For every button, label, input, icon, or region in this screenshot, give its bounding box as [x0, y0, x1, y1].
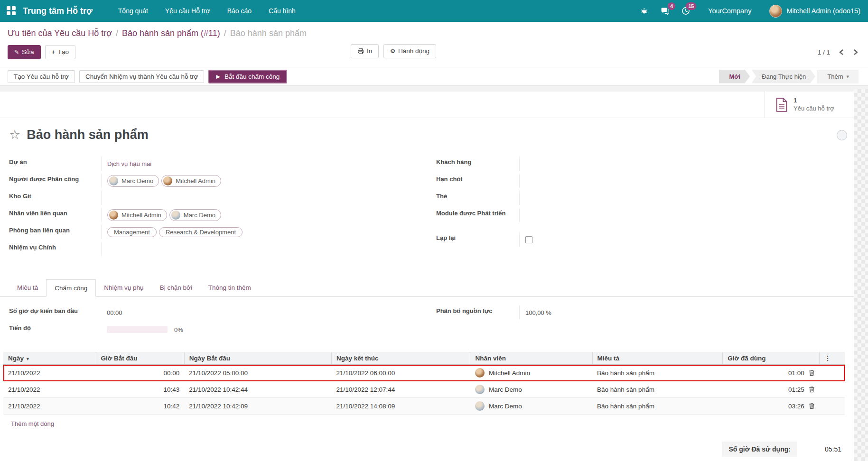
tab-extra-info[interactable]: Thông tin thêm: [200, 279, 259, 297]
hours-total: Số giờ Đã sử dụng: 05:51: [0, 442, 841, 457]
button-box: 1 Yêu cầu hỗ trợ: [0, 92, 854, 118]
tab-timesheets[interactable]: Chấm công: [46, 279, 96, 297]
activities-clock-icon[interactable]: 15: [681, 6, 691, 16]
stage-more[interactable]: Thêm ▾: [817, 70, 859, 83]
company-switcher[interactable]: YourCompany: [708, 7, 751, 15]
notebook-tabs: Miêu tả Chấm công Nhiệm vụ phụ Bị chặn b…: [0, 279, 854, 297]
record-title: Bảo hành sản phẩm: [27, 128, 149, 142]
start-timer-button[interactable]: ▶ Bắt đầu chấm công: [208, 70, 287, 83]
column-header-start-datetime[interactable]: Ngày Bắt đầu: [184, 352, 331, 365]
timesheet-row[interactable]: 21/10/2022 10:43 21/10/2022 10:42:44 21/…: [3, 381, 845, 398]
column-header-start-time[interactable]: Giờ Bắt đầu: [96, 352, 184, 365]
play-icon: ▶: [216, 74, 220, 80]
pager-previous-icon[interactable]: [839, 49, 844, 55]
project-link[interactable]: Dịch vụ hậu mãi: [107, 160, 151, 167]
field-customer: Khách hàng: [436, 157, 835, 174]
field-planned-hours: Số giờ dự kiến ban đầu 00:00: [9, 305, 408, 323]
field-progress: Tiến độ 0%: [9, 323, 408, 340]
stage-statusbar: Mới Đang Thực hiện Thêm ▾: [718, 70, 859, 83]
field-group: Dự án Dịch vụ hậu mãi Người được Phân cô…: [9, 157, 835, 259]
tab-description[interactable]: Miêu tả: [9, 279, 46, 297]
timesheet-row[interactable]: 21/10/2022 10:42 21/10/2022 10:42:09 21/…: [3, 398, 845, 415]
main-menu: Tổng quát Yêu cầu Hỗ trợ Báo cáo Cấu hìn…: [112, 1, 302, 21]
menu-overview[interactable]: Tổng quát: [112, 1, 155, 21]
recurrent-checkbox[interactable]: [525, 236, 532, 243]
breadcrumb-link-priorities[interactable]: Ưu tiên của Yêu cầu Hỗ trợ: [8, 28, 112, 38]
printer-icon: [357, 48, 364, 55]
timesheet-table: Ngày▼ Giờ Bắt đầu Ngày Bắt đầu Ngày kết …: [3, 352, 845, 415]
sort-desc-icon: ▼: [26, 357, 30, 361]
kanban-state-circle[interactable]: [837, 130, 847, 140]
delete-row-icon[interactable]: [809, 403, 815, 409]
field-allocation: Phân bổ nguồn lực 100,00 %: [436, 305, 835, 323]
field-related-employees: Nhân viên liên quan Mitchell Admin Marc …: [9, 208, 408, 225]
column-header-duration[interactable]: Giờ đã dùng: [723, 352, 820, 365]
smart-button-label: Yêu cầu hỗ trợ: [793, 105, 834, 112]
department-tag: Research & Development: [159, 227, 243, 237]
user-menu[interactable]: Mitchell Admin (odoo15): [769, 5, 860, 18]
employee-tag: Marc Demo: [169, 209, 221, 221]
planned-hours-value: 00:00: [107, 309, 122, 316]
column-header-employee[interactable]: Nhân viên: [470, 352, 592, 365]
gear-icon: ⚙: [390, 48, 395, 55]
avatar: [475, 368, 485, 378]
app-name[interactable]: Trung tâm Hỗ trợ: [23, 6, 93, 16]
delete-row-icon[interactable]: [809, 386, 815, 393]
page-background-gap: [0, 86, 868, 92]
plus-icon: +: [52, 49, 55, 55]
progress-bar: [107, 326, 168, 333]
debug-bug-icon[interactable]: [639, 6, 649, 16]
breadcrumb-link-task[interactable]: Bảo hành sản phẩm (#11): [122, 28, 220, 38]
form-sheet: 1 Yêu cầu hỗ trợ ☆ Bảo hành sản phẩm Dự …: [0, 92, 854, 457]
column-header-end-datetime[interactable]: Ngày kết thúc: [331, 352, 470, 365]
smart-button-count: 1: [793, 97, 834, 104]
add-row-link[interactable]: Thêm một dòng: [11, 420, 54, 427]
convert-task-button[interactable]: Chuyển Nhiệm vụ thành Yêu cầu hỗ trợ: [79, 70, 205, 83]
field-assignees: Người được Phân công Marc Demo Mitchell …: [9, 174, 408, 191]
create-ticket-button[interactable]: Tạo Yêu cầu hỗ trợ: [8, 70, 75, 83]
allocation-value: 100,00 %: [525, 309, 551, 316]
tab-subtasks[interactable]: Nhiệm vụ phụ: [96, 279, 151, 297]
avatar: [109, 176, 118, 185]
statusbar: Tạo Yêu cầu hỗ trợ Chuyển Nhiệm vụ thành…: [0, 67, 868, 86]
field-tags: Thẻ: [436, 191, 835, 208]
delete-row-icon[interactable]: [809, 369, 815, 376]
assignee-tag: Marc Demo: [107, 175, 159, 187]
menu-configuration[interactable]: Cấu hình: [262, 1, 302, 21]
tickets-smart-button[interactable]: 1 Yêu cầu hỗ trợ: [765, 92, 854, 118]
department-tag: Management: [107, 227, 157, 237]
breadcrumb-separator: [224, 28, 226, 38]
breadcrumb-separator: [116, 28, 118, 38]
stage-in-progress[interactable]: Đang Thực hiện: [751, 70, 815, 83]
field-developed-module: Module được Phát triển: [436, 208, 835, 232]
column-header-description[interactable]: Miêu tả: [592, 352, 723, 365]
field-git-repo: Kho Git: [9, 191, 408, 208]
activities-badge: 15: [686, 2, 696, 10]
optional-columns-icon[interactable]: ⋮: [824, 355, 831, 362]
messages-icon[interactable]: 4: [660, 6, 670, 16]
pager: 1 / 1: [818, 49, 860, 56]
favorite-star-icon[interactable]: ☆: [9, 129, 20, 141]
timesheet-row-selected[interactable]: 21/10/2022 00:00 21/10/2022 05:00:00 21/…: [3, 365, 845, 381]
edit-button[interactable]: ✎ Sửa: [8, 45, 41, 59]
menu-tickets[interactable]: Yêu cầu Hỗ trợ: [159, 1, 217, 21]
field-parent-task: Nhiệm vụ Chính: [9, 242, 408, 259]
action-button[interactable]: ⚙ Hành động: [383, 44, 436, 58]
apps-grid-icon[interactable]: [7, 6, 16, 16]
tab-blocked-by[interactable]: Bị chặn bởi: [152, 279, 200, 297]
pencil-icon: ✎: [14, 49, 19, 55]
field-project: Dự án Dịch vụ hậu mãi: [9, 157, 408, 174]
column-header-date[interactable]: Ngày▼: [3, 352, 96, 365]
print-button[interactable]: In: [351, 44, 379, 58]
screenshot-transparent-edge: [854, 89, 868, 461]
menu-reporting[interactable]: Báo cáo: [221, 1, 258, 21]
total-label: Số giờ Đã sử dụng:: [722, 442, 797, 457]
top-navbar: Trung tâm Hỗ trợ Tổng quát Yêu cầu Hỗ tr…: [0, 0, 868, 22]
field-recurrent: Lặp lại: [436, 232, 835, 249]
create-button[interactable]: + Tạo: [45, 45, 75, 59]
user-name: Mitchell Admin (odoo15): [786, 7, 860, 15]
stage-new[interactable]: Mới: [719, 70, 750, 83]
pager-next-icon[interactable]: [853, 49, 859, 55]
messages-badge: 4: [668, 2, 675, 10]
assignee-tag: Mitchell Admin: [161, 175, 221, 187]
